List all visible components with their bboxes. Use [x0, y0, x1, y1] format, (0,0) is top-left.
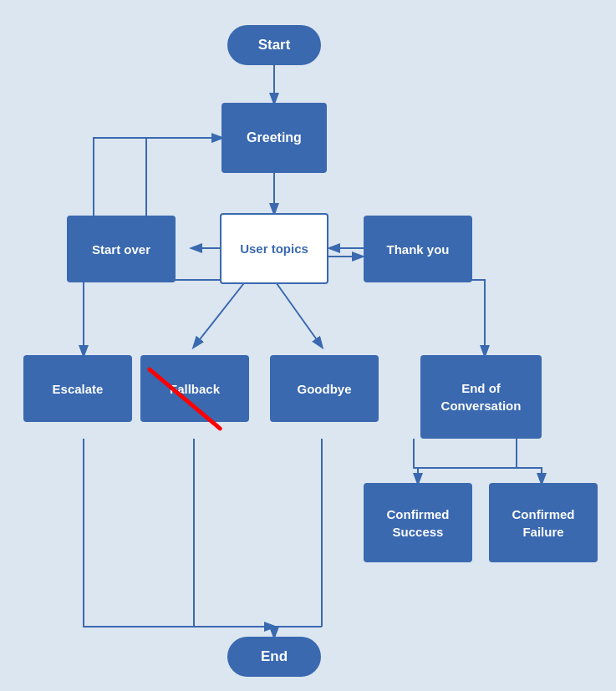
start-node: Start: [227, 25, 321, 65]
escalate-node: Escalate: [23, 355, 132, 422]
end-of-conversation-label: End ofConversation: [441, 379, 522, 414]
end-of-conversation-node: End ofConversation: [420, 355, 542, 439]
svg-line-6: [274, 280, 322, 347]
svg-line-5: [194, 280, 247, 347]
confirmed-success-label: ConfirmedSuccess: [387, 506, 450, 541]
thank-you-node: Thank you: [364, 216, 472, 282]
greeting-node: Greeting: [221, 103, 327, 173]
start-over-node: Start over: [67, 216, 176, 282]
fallback-node: Fallback: [140, 355, 249, 422]
user-topics-node: User topics: [220, 213, 328, 284]
confirmed-failure-label: ConfirmedFailure: [512, 506, 575, 541]
confirmed-success-node: ConfirmedSuccess: [364, 483, 472, 562]
confirmed-failure-node: ConfirmedFailure: [489, 483, 598, 562]
goodbye-node: Goodbye: [270, 355, 379, 422]
flowchart-diagram: Start Greeting User topics Start over Th…: [0, 0, 616, 691]
end-node: End: [227, 637, 321, 677]
